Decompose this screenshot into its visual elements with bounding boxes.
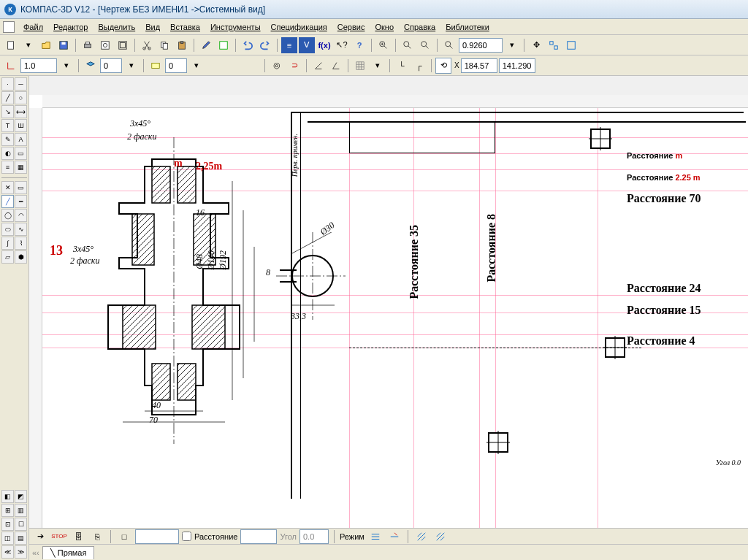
lt-nav-next[interactable]: ≫ [15,545,27,559]
zoom-window-button[interactable] [400,37,416,53]
new-button[interactable] [3,37,19,53]
tab-line[interactable]: ╲ Прямая [42,546,95,559]
lt-5b[interactable]: A [15,133,27,146]
lt-2b[interactable]: ○ [15,91,27,104]
menu-view[interactable]: Вид [141,21,164,33]
lt-21a[interactable]: ⊞ [1,504,14,517]
rebuild-button[interactable] [546,37,562,53]
view-icon[interactable] [148,58,164,74]
angle-button[interactable] [310,58,327,74]
bb-mode2[interactable] [386,529,402,545]
coord-x-input[interactable] [461,58,497,73]
lt-21b[interactable]: ▥ [15,504,27,517]
open-button[interactable] [38,37,54,53]
lt-11b[interactable]: ∿ [15,223,27,236]
menu-file[interactable]: Файл [19,21,47,33]
lt-point[interactable]: · [1,77,14,91]
lcs-button[interactable]: └ [394,58,410,74]
magnet-button[interactable]: ⊃ [286,58,302,74]
grid-dropdown[interactable]: ▾ [370,58,386,74]
paste-button[interactable] [174,37,190,53]
bb-hatch2[interactable] [432,529,449,545]
cut-button[interactable] [139,37,155,53]
lib-manager-button[interactable]: ≡ [281,37,297,53]
lt-6a[interactable]: ◐ [1,147,14,160]
lt-7a[interactable]: ≡ [1,161,14,174]
properties-button[interactable] [198,37,214,53]
preview-button[interactable] [97,37,113,53]
bb-ugol-input[interactable] [299,529,329,544]
lt-7b[interactable]: ▦ [15,161,27,174]
menu-editor[interactable]: Редактор [49,21,92,33]
lt-22b[interactable]: ☐ [15,518,27,531]
menu-help[interactable]: Справка [400,21,440,33]
lt-nav-prev[interactable]: ≪ [1,545,14,559]
lt-23b[interactable]: ▤ [15,532,27,545]
linestyle-input[interactable] [20,58,57,73]
refresh-button[interactable] [563,37,579,53]
lt-dim[interactable]: ⟷ [15,105,27,118]
arrow-button[interactable]: ↖? [334,37,350,53]
view-dropdown[interactable]: ▾ [188,58,205,74]
bb-tree[interactable]: 🗄 [70,529,86,545]
zoom-dropdown[interactable]: ▾ [504,37,520,53]
redo-button[interactable] [257,37,273,53]
bb-mode1[interactable] [367,529,383,545]
layer-dropdown[interactable]: ▾ [123,58,140,74]
layer-icon[interactable] [83,58,99,74]
menu-select[interactable]: Выделить [94,21,140,33]
linestyle-dropdown[interactable]: ▾ [58,58,75,74]
lt-10a[interactable]: ◯ [1,209,14,222]
lt-line[interactable]: ╱ [1,91,14,104]
lt-11a[interactable]: ⬭ [1,223,14,236]
view-input[interactable] [165,58,187,73]
fx-button[interactable]: f(x) [316,37,332,53]
lt-12a[interactable]: ∫ [1,237,14,250]
coord-y-input[interactable] [499,58,535,73]
lt-13b[interactable]: ⬢ [15,250,27,264]
lt-1b[interactable]: ─ [15,77,27,91]
lt-13a[interactable]: ▱ [1,250,14,264]
lt-sel[interactable]: ▭ [15,181,27,194]
undo-button[interactable] [240,37,256,53]
lt-9b[interactable]: ━ [15,195,27,208]
bb-point[interactable]: □ [116,529,132,545]
zoom-in-button[interactable] [375,37,392,53]
menu-insert[interactable]: Вставка [166,21,205,33]
bb-hatch1[interactable] [413,529,430,545]
copy-button[interactable] [156,37,172,53]
ortho-button[interactable] [3,58,19,74]
lt-22a[interactable]: ⊡ [1,518,14,531]
lt-6b[interactable]: ▭ [15,147,27,160]
bb-arrow[interactable]: ➔ [32,529,48,545]
vars-button[interactable]: Ⅴ [299,37,315,53]
perpend-button[interactable] [328,58,344,74]
bb-stop[interactable]: STOP [51,529,67,545]
help-button[interactable]: ? [351,37,367,53]
bb-rasst-input[interactable] [240,529,277,544]
zoom-fit-button[interactable] [441,37,457,53]
snap-button[interactable]: ◎ [269,58,285,74]
lt-5a[interactable]: ✎ [1,133,14,146]
zoom-scale-button[interactable] [417,37,433,53]
lt-20b[interactable]: ◩ [15,490,27,503]
menu-service[interactable]: Сервис [333,21,370,33]
layer-input[interactable] [100,58,122,73]
lt-aux-line[interactable]: ╱ [1,195,14,208]
lt-10b[interactable]: ◠ [15,209,27,222]
lt-text[interactable]: Ш [15,119,27,132]
bb-rasst-check[interactable] [182,532,191,541]
lt-8a[interactable]: ✕ [1,181,14,194]
pan-button[interactable]: ✥ [528,37,544,53]
menu-libs[interactable]: Библиотеки [441,21,494,33]
ortho2-button[interactable]: ┌ [411,58,427,74]
menu-spec[interactable]: Спецификация [267,21,332,33]
new-dropdown[interactable]: ▾ [20,37,37,53]
menu-tools[interactable]: Инструменты [206,21,265,33]
grid-button[interactable] [352,58,368,74]
drawing-area[interactable]: 3x45° 2 фаски 3x45° 2 фаски 16 Ø48 Ø140 … [42,108,748,528]
zoom-value-input[interactable] [459,38,503,53]
menu-window[interactable]: Окно [370,21,398,33]
round-button[interactable]: ⟲ [435,58,451,74]
lt-20a[interactable]: ◧ [1,490,14,503]
